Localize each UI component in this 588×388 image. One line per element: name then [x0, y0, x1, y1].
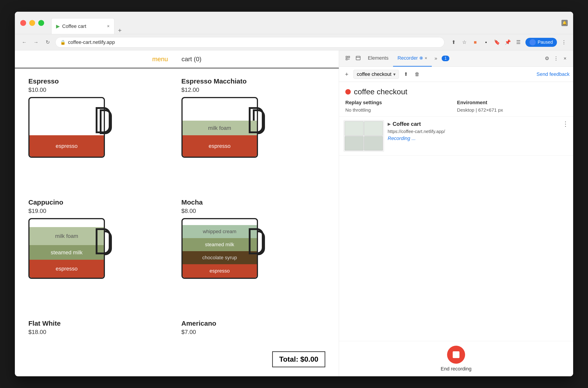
devtools-close-icon[interactable]: ×	[561, 54, 569, 63]
coffee-item-espresso[interactable]: Espresso $10.00 espresso	[28, 77, 172, 190]
end-recording-label: End recording	[441, 366, 472, 372]
coffee-cup-espresso: espresso	[28, 97, 105, 158]
coffee-cup-cappucino: espresso steamed milk milk foam	[28, 218, 105, 279]
steamed-milk-layer: steamed milk	[183, 238, 257, 251]
reload-button[interactable]: ↻	[44, 38, 52, 46]
paused-button[interactable]: Paused	[525, 38, 557, 47]
milk-foam-layer: milk foam	[183, 121, 257, 135]
coffee-item-cappucino[interactable]: Cappucino $19.00 espresso steamed milk m…	[28, 198, 172, 311]
expand-arrow-icon[interactable]: ▶	[388, 121, 391, 126]
extension1-icon[interactable]: ■	[471, 39, 479, 46]
environment-label: Environment	[457, 100, 567, 106]
tab-title: Coffee cart	[62, 24, 86, 29]
browser-tab[interactable]: ▶ Coffee cart ×	[51, 18, 114, 34]
extension2-icon[interactable]: ▪	[482, 39, 490, 46]
maximize-window-button[interactable]	[38, 20, 44, 26]
devtools-body: coffee checkout Replay settings Environm…	[339, 82, 573, 341]
recording-name-row: ▶ Coffee cart ⋮	[388, 120, 569, 128]
total-display: Total: $0.00	[272, 351, 325, 367]
layer-label: whipped cream	[203, 229, 236, 235]
address-bar[interactable]: 🔒 coffee-cart.netlify.app	[55, 37, 444, 48]
tab-favicon-icon: ▶	[56, 24, 60, 29]
recorder-tab-close[interactable]: ×	[425, 56, 427, 61]
new-tab-button[interactable]: +	[114, 27, 125, 34]
coffee-item-macchiato[interactable]: Espresso Macchiato $12.00 espresso milk …	[181, 77, 325, 190]
end-recording-button[interactable]	[447, 346, 465, 364]
coffee-name: Flat White	[28, 320, 172, 327]
layer-label: steamed milk	[205, 242, 234, 247]
coffee-name: Cappucino	[28, 198, 172, 206]
upload-recording-button[interactable]: ⬆	[402, 70, 410, 78]
coffee-nav: menu cart (0)	[15, 50, 339, 68]
coffee-item-americano[interactable]: Americano $7.00 Total: $0.00	[181, 320, 325, 367]
stop-icon	[453, 351, 460, 358]
more-menu-icon[interactable]: ⋮	[560, 39, 568, 46]
tab-recorder[interactable]: Recorder ×	[393, 50, 432, 67]
coffee-item-flatwhite[interactable]: Flat White $18.00	[28, 320, 172, 367]
share-icon[interactable]: ⬆	[450, 39, 457, 46]
devtools-inspect-icon[interactable]	[343, 50, 353, 67]
extension4-icon[interactable]: 📌	[504, 39, 512, 46]
recording-name-display: coffee checkout	[357, 71, 392, 77]
coffee-name: Mocha	[181, 198, 325, 206]
layer-label: espresso	[209, 143, 230, 149]
recording-dropdown-icon[interactable]: ▾	[393, 72, 395, 77]
extension5-icon[interactable]: ☰	[514, 39, 522, 46]
coffee-name: Espresso Macchiato	[181, 77, 325, 85]
minimize-window-button[interactable]	[29, 20, 35, 26]
tab-bar: ▶ Coffee cart × +	[51, 12, 125, 34]
coffee-name: Americano	[181, 320, 325, 327]
svg-rect-5	[356, 56, 360, 60]
extension3-icon[interactable]: 🔖	[493, 39, 501, 46]
nav-cart-item[interactable]: cart (0)	[181, 56, 201, 63]
devtools-toolbar: Elements Recorder × » 1 ⚙ ⋮ ×	[339, 50, 573, 67]
coffee-page: menu cart (0) Espresso $10.00 espresso	[15, 50, 339, 376]
thumb-cell-1	[345, 121, 364, 136]
cup-handle-icon	[253, 109, 265, 134]
bookmark-icon[interactable]: ☆	[461, 39, 468, 46]
coffee-cup-mocha: espresso chocolate syrup steamed milk wh…	[181, 218, 258, 279]
thumb-cell-4	[364, 136, 383, 150]
devtools-settings-icon[interactable]: ⚙	[542, 54, 552, 63]
browser-window: ▶ Coffee cart × + 🔔 ← → ↻ 🔒 coffee-cart.…	[15, 12, 573, 376]
replay-settings-section: Replay settings Environment No throttlin…	[339, 100, 573, 117]
back-button[interactable]: ←	[20, 38, 28, 46]
extension-icon[interactable]: 🔔	[562, 20, 568, 26]
coffee-item-mocha[interactable]: Mocha $8.00 espresso chocolate syrup ste…	[181, 198, 325, 311]
devtools-layers-icon[interactable]	[353, 50, 363, 67]
more-tabs-icon[interactable]: »	[432, 56, 440, 61]
espresso-layer: espresso	[183, 264, 257, 278]
no-throttling-value: No throttling	[345, 107, 455, 113]
send-feedback-link[interactable]: Send feedback	[537, 71, 569, 77]
thumb-cell-2	[364, 121, 383, 136]
cup-handle-icon	[100, 230, 112, 255]
nav-menu-item[interactable]: menu	[152, 56, 168, 63]
layer-label: espresso	[210, 268, 230, 274]
cup-handle-icon	[253, 230, 265, 255]
recording-url: https://coffee-cart.netlify.app/	[388, 129, 569, 134]
devtools-more-icon[interactable]: ⋮	[552, 54, 561, 63]
coffee-name: Espresso	[28, 77, 172, 85]
avatar	[529, 39, 536, 46]
layer-label: milk foam	[55, 233, 78, 239]
recording-title: coffee checkout	[354, 87, 407, 96]
layer-label: espresso	[56, 266, 77, 272]
recording-selector[interactable]: coffee checkout ▾	[353, 70, 399, 79]
paused-label: Paused	[538, 40, 553, 45]
recording-title-row: coffee checkout	[339, 82, 573, 100]
forward-button[interactable]: →	[32, 38, 40, 46]
tab-elements[interactable]: Elements	[363, 50, 393, 67]
new-recording-button[interactable]: +	[343, 70, 351, 78]
lock-icon: 🔒	[60, 40, 66, 45]
coffee-price: $8.00	[181, 208, 325, 215]
recording-context-menu-icon[interactable]: ⋮	[562, 120, 569, 128]
cup-handle-icon	[100, 109, 112, 134]
close-window-button[interactable]	[20, 20, 26, 26]
recording-site-name: Coffee cart	[392, 121, 421, 127]
recording-status: Recording ...	[388, 136, 569, 141]
delete-recording-button[interactable]: 🗑	[413, 70, 421, 78]
svg-rect-0	[346, 56, 347, 58]
tab-close-icon[interactable]: ×	[107, 24, 110, 29]
layer-label-espresso: espresso	[56, 143, 77, 149]
traffic-lights	[20, 20, 44, 26]
